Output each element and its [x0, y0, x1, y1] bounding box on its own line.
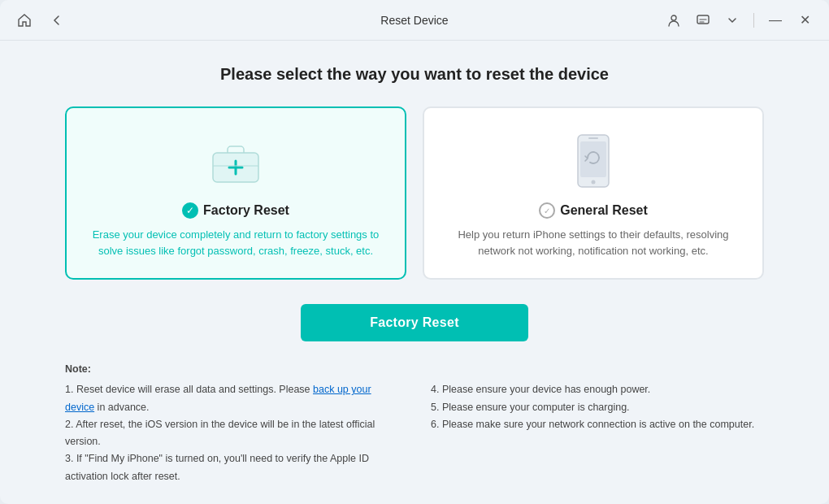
title-bar: Reset Device — ✕	[0, 0, 829, 41]
general-check-icon: ✓	[539, 202, 555, 219]
minimize-icon[interactable]: —	[764, 9, 787, 32]
user-icon[interactable]	[662, 9, 685, 32]
divider	[753, 13, 754, 28]
general-reset-title-row: ✓ General Reset	[539, 202, 648, 219]
factory-reset-description: Erase your device completely and return …	[86, 227, 385, 259]
factory-reset-icon	[203, 133, 268, 189]
note-item-2: 2. After reset, the iOS version in the d…	[65, 416, 398, 451]
home-icon[interactable]	[13, 9, 36, 32]
general-reset-icon	[561, 133, 626, 189]
general-reset-description: Help you return iPhone settings to their…	[444, 227, 743, 259]
general-reset-title: General Reset	[560, 203, 648, 218]
title-bar-left	[13, 9, 68, 32]
note-item-3: 3. If "Find My iPhone" is turned on, you…	[65, 450, 398, 485]
factory-reset-title-row: ✓ Factory Reset	[182, 202, 289, 219]
note-item-4: 4. Please ensure your device has enough …	[431, 381, 764, 398]
note-item-6: 6. Please make sure your network connect…	[431, 416, 764, 433]
notes-columns: 1. Reset device will erase all data and …	[65, 381, 764, 485]
window-title: Reset Device	[380, 14, 448, 27]
factory-reset-card[interactable]: ✓ Factory Reset Erase your device comple…	[65, 106, 406, 280]
notes-col-left: 1. Reset device will erase all data and …	[65, 381, 398, 485]
notes-section: Note: 1. Reset device will erase all dat…	[65, 361, 764, 485]
page-title: Please select the way you want to reset …	[220, 65, 609, 84]
svg-rect-9	[588, 137, 598, 139]
svg-rect-7	[580, 141, 606, 177]
note-item-5: 5. Please ensure your computer is chargi…	[431, 399, 764, 416]
note-item-1: 1. Reset device will erase all data and …	[65, 381, 398, 416]
back-icon[interactable]	[46, 9, 68, 32]
backup-link[interactable]: back up your device	[65, 384, 371, 412]
notes-col-right: 4. Please ensure your device has enough …	[431, 381, 764, 485]
general-reset-card[interactable]: ✓ General Reset Help you return iPhone s…	[423, 106, 764, 280]
chat-icon[interactable]	[692, 9, 714, 32]
cards-row: ✓ Factory Reset Erase your device comple…	[65, 106, 764, 280]
factory-check-icon: ✓	[182, 202, 198, 219]
close-icon[interactable]: ✕	[793, 9, 816, 32]
svg-point-8	[592, 180, 596, 185]
factory-reset-title: Factory Reset	[203, 203, 289, 218]
notes-title: Note:	[65, 361, 764, 378]
title-bar-right: — ✕	[662, 9, 816, 32]
factory-reset-button[interactable]: Factory Reset	[301, 304, 528, 341]
svg-point-0	[671, 15, 676, 20]
dropdown-icon[interactable]	[721, 9, 744, 32]
main-content: Please select the way you want to reset …	[0, 41, 829, 504]
